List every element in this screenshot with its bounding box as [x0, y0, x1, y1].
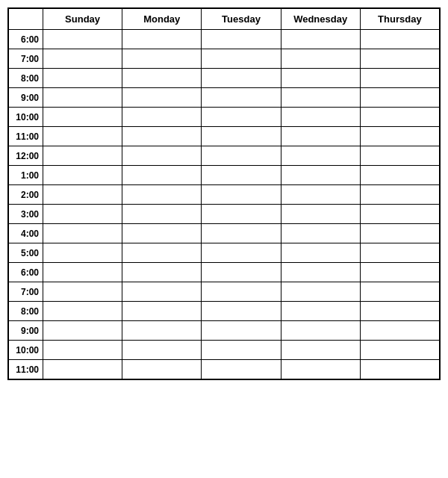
schedule-cell[interactable] [202, 88, 281, 108]
schedule-cell[interactable] [360, 360, 439, 379]
time-cell: 10:00 [9, 108, 43, 127]
schedule-cell[interactable] [281, 263, 360, 282]
schedule-cell[interactable] [281, 224, 360, 243]
schedule-cell[interactable] [122, 205, 202, 224]
schedule-cell[interactable] [43, 146, 122, 166]
schedule-cell[interactable] [122, 282, 202, 302]
schedule-cell[interactable] [281, 205, 360, 224]
schedule-cell[interactable] [360, 263, 439, 282]
schedule-cell[interactable] [43, 30, 122, 49]
schedule-cell[interactable] [122, 88, 202, 108]
schedule-cell[interactable] [202, 127, 281, 146]
time-cell: 6:00 [9, 263, 43, 282]
schedule-cell[interactable] [202, 49, 281, 69]
table-row: 11:00 [9, 127, 440, 146]
schedule-cell[interactable] [202, 282, 281, 302]
schedule-cell[interactable] [360, 341, 439, 360]
schedule-cell[interactable] [281, 30, 360, 49]
schedule-cell[interactable] [281, 108, 360, 127]
schedule-cell[interactable] [281, 321, 360, 341]
schedule-cell[interactable] [281, 341, 360, 360]
schedule-cell[interactable] [43, 321, 122, 341]
schedule-cell[interactable] [202, 205, 281, 224]
time-cell: 4:00 [9, 224, 43, 243]
schedule-cell[interactable] [202, 108, 281, 127]
schedule-cell[interactable] [43, 49, 122, 69]
schedule-cell[interactable] [360, 185, 439, 205]
schedule-cell[interactable] [122, 302, 202, 321]
schedule-cell[interactable] [281, 185, 360, 205]
schedule-cell[interactable] [122, 166, 202, 185]
schedule-cell[interactable] [281, 243, 360, 263]
schedule-cell[interactable] [43, 127, 122, 146]
schedule-cell[interactable] [122, 49, 202, 69]
schedule-cell[interactable] [43, 302, 122, 321]
table-row: 9:00 [9, 321, 440, 341]
schedule-cell[interactable] [43, 282, 122, 302]
schedule-cell[interactable] [281, 166, 360, 185]
time-header [9, 9, 43, 30]
schedule-cell[interactable] [43, 263, 122, 282]
schedule-cell[interactable] [360, 108, 439, 127]
schedule-cell[interactable] [43, 243, 122, 263]
schedule-cell[interactable] [122, 263, 202, 282]
schedule-table: Sunday Monday Tuesday Wednesday Thursday… [8, 8, 440, 379]
schedule-cell[interactable] [202, 30, 281, 49]
schedule-cell[interactable] [202, 263, 281, 282]
schedule-cell[interactable] [360, 127, 439, 146]
schedule-cell[interactable] [122, 224, 202, 243]
schedule-cell[interactable] [360, 69, 439, 88]
schedule-cell[interactable] [122, 30, 202, 49]
schedule-cell[interactable] [43, 360, 122, 379]
schedule-cell[interactable] [202, 224, 281, 243]
schedule-cell[interactable] [360, 302, 439, 321]
schedule-cell[interactable] [122, 69, 202, 88]
schedule-cell[interactable] [360, 321, 439, 341]
schedule-cell[interactable] [43, 69, 122, 88]
schedule-cell[interactable] [360, 88, 439, 108]
schedule-cell[interactable] [122, 341, 202, 360]
schedule-cell[interactable] [360, 166, 439, 185]
schedule-cell[interactable] [281, 127, 360, 146]
schedule-cell[interactable] [122, 108, 202, 127]
schedule-cell[interactable] [360, 243, 439, 263]
schedule-cell[interactable] [43, 108, 122, 127]
schedule-cell[interactable] [43, 205, 122, 224]
schedule-cell[interactable] [281, 282, 360, 302]
schedule-cell[interactable] [281, 69, 360, 88]
time-cell: 2:00 [9, 185, 43, 205]
schedule-cell[interactable] [43, 185, 122, 205]
schedule-cell[interactable] [202, 341, 281, 360]
schedule-cell[interactable] [122, 146, 202, 166]
schedule-cell[interactable] [122, 185, 202, 205]
schedule-cell[interactable] [122, 321, 202, 341]
schedule-cell[interactable] [202, 360, 281, 379]
schedule-cell[interactable] [360, 205, 439, 224]
schedule-cell[interactable] [360, 146, 439, 166]
schedule-cell[interactable] [202, 166, 281, 185]
schedule-cell[interactable] [202, 146, 281, 166]
time-cell: 8:00 [9, 69, 43, 88]
schedule-cell[interactable] [43, 166, 122, 185]
schedule-cell[interactable] [202, 321, 281, 341]
schedule-cell[interactable] [122, 360, 202, 379]
schedule-cell[interactable] [122, 127, 202, 146]
schedule-cell[interactable] [360, 282, 439, 302]
schedule-cell[interactable] [281, 146, 360, 166]
schedule-cell[interactable] [360, 30, 439, 49]
schedule-cell[interactable] [281, 360, 360, 379]
schedule-cell[interactable] [281, 49, 360, 69]
schedule-cell[interactable] [43, 341, 122, 360]
schedule-cell[interactable] [202, 243, 281, 263]
schedule-cell[interactable] [281, 88, 360, 108]
schedule-cell[interactable] [360, 49, 439, 69]
schedule-cell[interactable] [202, 302, 281, 321]
schedule-cell[interactable] [43, 88, 122, 108]
schedule-cell[interactable] [43, 224, 122, 243]
schedule-cell[interactable] [202, 69, 281, 88]
time-cell: 3:00 [9, 205, 43, 224]
schedule-cell[interactable] [202, 185, 281, 205]
schedule-cell[interactable] [122, 243, 202, 263]
schedule-cell[interactable] [360, 224, 439, 243]
schedule-cell[interactable] [281, 302, 360, 321]
